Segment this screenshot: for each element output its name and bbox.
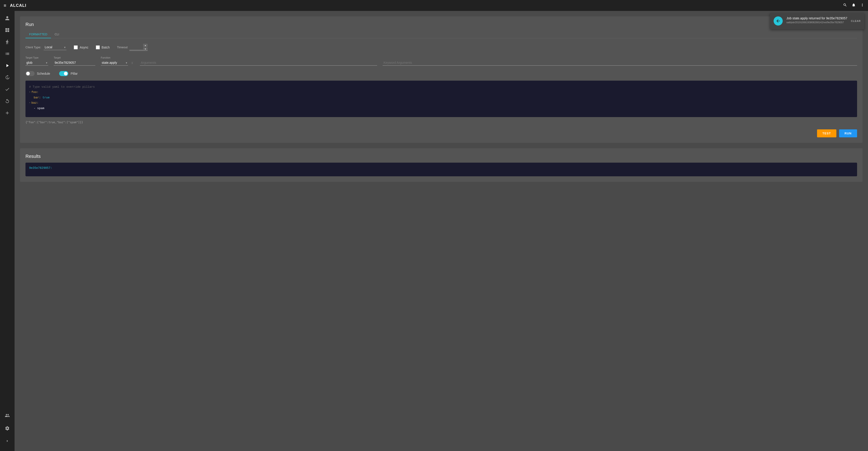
code-line-foo: ▾ foo: [29, 89, 854, 95]
toggle-row: Schedule Pillar [26, 71, 857, 76]
async-group: Async [74, 45, 88, 50]
result-key: 9e35e7829057: [29, 166, 52, 170]
async-label[interactable]: Async [80, 46, 88, 49]
timeout-group: Timeout ▲ ▼ [117, 44, 147, 51]
run-tabs: FORMATTED CLI [26, 31, 857, 38]
timeout-increment[interactable]: ▲ [143, 44, 148, 47]
keyword-arguments-input[interactable] [382, 60, 857, 65]
sidebar-item-run[interactable] [2, 60, 13, 71]
sidebar-item-users[interactable] [2, 410, 13, 421]
sidebar-item-reactor[interactable] [2, 96, 13, 107]
pillar-group: Pillar [59, 71, 78, 76]
sidebar [0, 11, 14, 451]
test-button[interactable]: TEST [817, 130, 836, 137]
async-checkbox[interactable] [74, 45, 78, 50]
batch-group: Batch [96, 45, 110, 50]
app-title: ALCALI [10, 3, 843, 8]
arguments-group [140, 56, 377, 65]
sidebar-bottom [2, 410, 13, 451]
sidebar-item-user[interactable] [2, 13, 13, 24]
client-type-select-wrapper: Local LocalAsync Runner Wheel [44, 45, 66, 50]
sidebar-item-jobs[interactable] [2, 48, 13, 59]
menu-icon[interactable]: ≡ [4, 3, 6, 8]
notification: Job state.apply returned for 9e35e782905… [770, 13, 864, 29]
notifications-icon[interactable] [851, 3, 856, 8]
target-label: Target [54, 56, 95, 59]
notification-content: Job state.apply returned for 9e35e782905… [786, 17, 847, 24]
timeout-label: Timeout [117, 46, 127, 49]
target-type-select[interactable]: glob list grain pcre [26, 60, 48, 65]
keyword-arguments-label [382, 56, 857, 59]
notification-subtitle: salt/job/20191006193808268142/ret/9e35e7… [786, 21, 847, 24]
json-output: {"foo":{"bar":true,"baz":["spam"]}} [26, 119, 857, 126]
tab-cli[interactable]: CLI [51, 31, 63, 38]
function-select-wrapper: state.apply state.highstate test.ping cm… [101, 60, 128, 65]
run-card: Run FORMATTED CLI Client Type: Local Loc… [20, 17, 863, 143]
run-button[interactable]: RUN [839, 130, 857, 137]
baz-collapse-arrow[interactable]: ▾ [29, 101, 30, 105]
code-comment-line: # Type valid yaml to override pillars [29, 84, 854, 89]
arguments-input[interactable] [140, 60, 377, 65]
code-line-bar: bar: true [34, 95, 854, 100]
arguments-label [140, 56, 377, 59]
timeout-spinner: ▲ ▼ [143, 44, 148, 51]
target-type-select-wrapper: glob list grain pcre [26, 60, 48, 65]
target-input[interactable] [54, 60, 95, 65]
client-type-label: Client Type: [26, 46, 41, 49]
batch-checkbox[interactable] [96, 45, 100, 50]
top-navigation: ≡ ALCALI [0, 0, 868, 11]
timeout-input[interactable] [129, 45, 143, 50]
topnav-actions [843, 3, 864, 8]
schedule-toggle[interactable] [26, 71, 35, 76]
pillar-slider [59, 71, 68, 76]
results-card: Results 9e35e7829057: [20, 148, 863, 182]
target-type-group: Target Type glob list grain pcre [26, 56, 48, 65]
sidebar-item-conform[interactable] [2, 84, 13, 95]
client-type-group: Client Type: Local LocalAsync Runner Whe… [26, 45, 66, 50]
results-title: Results [26, 154, 857, 159]
pillar-toggle[interactable] [59, 71, 68, 76]
target-function-row: Target Type glob list grain pcre Target … [26, 56, 857, 65]
function-group: Function state.apply state.highstate tes… [101, 56, 134, 65]
code-line-baz: ▾ baz: [29, 100, 854, 106]
sidebar-item-add[interactable] [2, 108, 13, 118]
tab-formatted[interactable]: FORMATTED [26, 31, 51, 38]
batch-label[interactable]: Batch [102, 46, 110, 49]
sidebar-item-collapse[interactable] [2, 435, 13, 446]
notification-icon [774, 17, 783, 26]
more-options-icon[interactable] [860, 3, 864, 8]
schedule-slider [26, 71, 35, 76]
code-line-spam: - spam [34, 106, 854, 111]
keyword-arguments-group [382, 56, 857, 65]
run-title: Run [26, 22, 857, 27]
form-options-row: Client Type: Local LocalAsync Runner Whe… [26, 44, 857, 51]
target-type-label: Target Type [26, 56, 48, 59]
function-info-icon[interactable]: i [130, 61, 134, 65]
search-icon[interactable] [843, 3, 847, 8]
function-label: Function [101, 56, 134, 59]
code-editor[interactable]: # Type valid yaml to override pillars ▾ … [26, 81, 857, 117]
pillar-label: Pillar [70, 72, 78, 76]
function-select[interactable]: state.apply state.highstate test.ping cm… [101, 60, 128, 65]
client-type-select[interactable]: Local LocalAsync Runner Wheel [44, 45, 66, 50]
sidebar-item-settings[interactable] [2, 423, 13, 434]
schedule-label: Schedule [37, 72, 50, 76]
notification-title: Job state.apply returned for 9e35e782905… [786, 17, 847, 20]
action-buttons: TEST RUN [26, 130, 857, 137]
sidebar-item-minions[interactable] [2, 36, 13, 47]
results-code: 9e35e7829057: [26, 163, 857, 176]
timeout-decrement[interactable]: ▼ [143, 47, 148, 51]
notification-clear-button[interactable]: CLEAR [851, 20, 861, 22]
foo-collapse-arrow[interactable]: ▾ [29, 90, 30, 94]
target-group: Target [54, 56, 95, 65]
sidebar-item-dashboard[interactable] [2, 25, 13, 35]
sidebar-item-history[interactable] [2, 72, 13, 83]
main-content: Run FORMATTED CLI Client Type: Local Loc… [14, 11, 868, 451]
schedule-group: Schedule [26, 71, 50, 76]
